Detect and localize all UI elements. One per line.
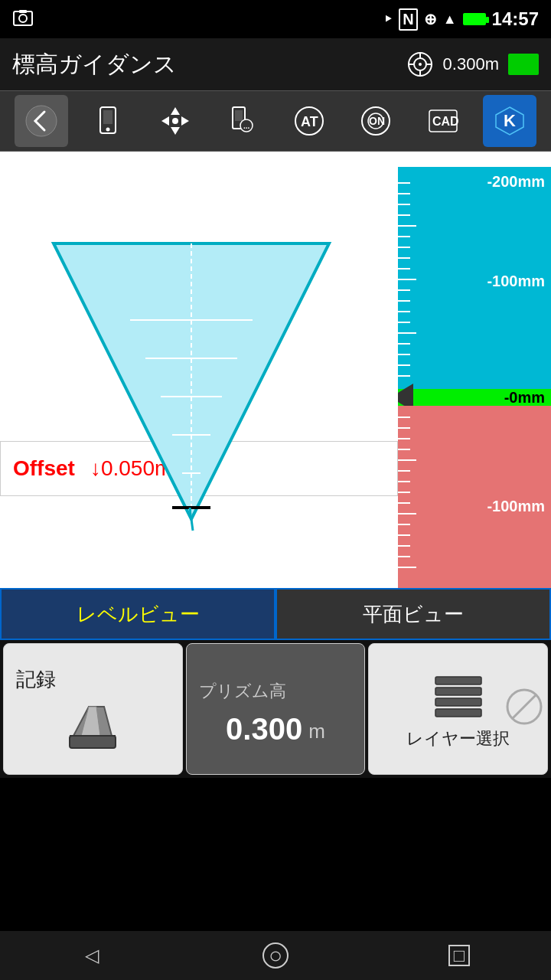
battery-full-icon [508,54,539,75]
time-display: 14:57 [492,8,539,30]
svg-point-1 [19,15,27,22]
distance-value: 0.300m [443,54,499,74]
app-title: 標高ガイダンス [12,49,177,80]
topcon-button[interactable]: K [483,95,536,147]
svg-rect-50 [435,709,481,717]
scale-0mm: -0mm [504,389,545,407]
layer-icon [432,668,485,721]
scale-bar: -200mm [398,167,551,588]
svg-line-46 [513,695,536,718]
device-button[interactable] [81,95,135,147]
home-nav-button[interactable]: ○ [260,940,291,971]
svg-rect-0 [14,11,32,25]
record-label: 記録 [16,666,56,693]
svg-rect-20 [235,110,243,121]
svg-point-5 [419,63,422,66]
title-bar: 標高ガイダンス 0.300m [0,38,551,90]
layer-label: レイヤー選択 [406,727,510,750]
device2-button[interactable]: ... [215,95,269,147]
bluetooth-icon: ‣ [383,10,393,28]
cad-button[interactable]: CAD [416,95,470,147]
record-icon [58,699,127,760]
scale-neg100mm: -100mm [487,498,545,515]
svg-text:AT: AT [301,114,318,129]
wifi-icon: ⊕ [424,10,437,28]
svg-text:ON: ON [369,115,385,127]
level-triangle [46,236,337,542]
svg-marker-17 [181,116,189,126]
svg-text:K: K [504,111,516,130]
prism-button[interactable]: プリズム高 0.300 m [186,643,366,775]
no-edit-icon [505,688,543,726]
svg-rect-49 [435,698,481,706]
svg-text:CAD: CAD [432,115,459,128]
status-bar: ‣ N ⊕ ▲ 14:57 [0,0,551,38]
nfc-icon: N [399,8,417,31]
record-button[interactable]: 記録 [3,643,183,775]
svg-marker-16 [161,116,169,126]
nav-bar: ◁ ○ □ [0,931,551,980]
triangle-area: Offset ↓0.050m [0,167,398,588]
svg-rect-41 [70,736,116,748]
back-button[interactable] [15,95,68,147]
svg-point-10 [26,106,57,136]
status-left [12,8,34,30]
svg-rect-12 [103,110,112,124]
level-area: Offset ↓0.050m -200mm [0,167,551,588]
tab-plan-view[interactable]: 平面ビュー [276,588,551,640]
scale-zero: -0mm [398,389,551,406]
target-icon [406,51,434,78]
prism-value: 0.300 [226,712,302,746]
scale-100mm: -100mm [487,273,545,290]
tab-level-view[interactable]: レベルビュー [0,588,276,640]
svg-marker-14 [171,107,180,115]
prism-label: プリズム高 [199,680,286,703]
prism-unit: m [308,720,325,743]
signal-icon: ▲ [443,11,457,28]
scale-top: -200mm [398,167,551,389]
at-button[interactable]: AT [282,95,336,147]
on-button[interactable]: ON [349,95,403,147]
title-right: 0.300m [406,51,539,78]
svg-text:...: ... [243,122,250,130]
svg-point-18 [172,118,178,124]
svg-marker-15 [171,127,180,135]
action-bar: 記録 プリズム高 0.300 m レイヤー選択 [0,640,551,778]
status-right: ‣ N ⊕ ▲ 14:57 [383,8,539,31]
svg-rect-48 [435,688,481,695]
svg-point-13 [106,128,110,132]
back-nav-button[interactable]: ◁ [77,940,107,971]
photo-icon [12,8,34,30]
toolbar: ... AT ON CAD K [0,90,551,152]
svg-rect-47 [435,677,481,684]
svg-rect-2 [19,10,27,13]
recent-nav-button[interactable]: □ [444,940,474,971]
scale-bottom: -100mm [398,406,551,588]
tab-bar: レベルビュー 平面ビュー [0,588,551,640]
move-button[interactable] [148,95,202,147]
battery-icon [463,13,486,25]
